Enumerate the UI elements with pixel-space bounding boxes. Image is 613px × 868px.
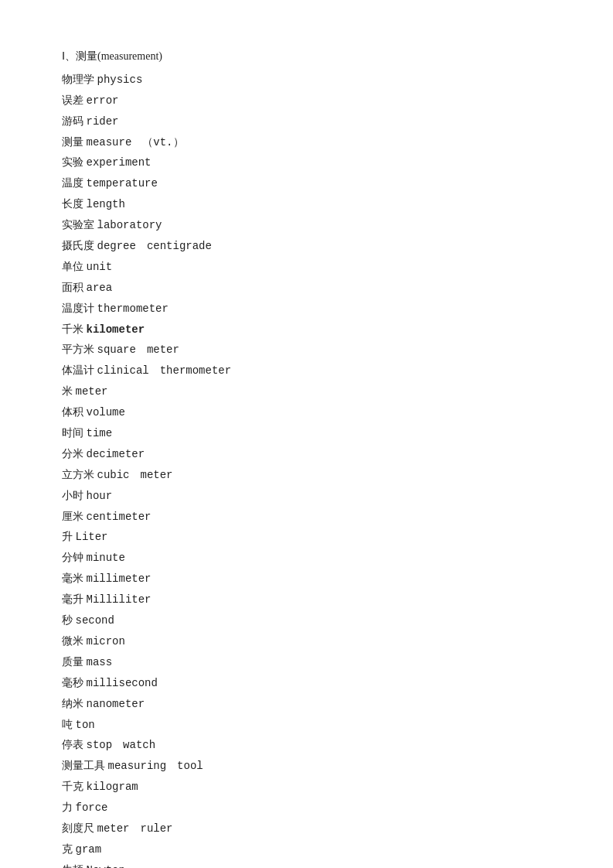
zh-term: 吨 — [62, 719, 76, 730]
list-item: 单位 unit — [62, 257, 551, 278]
en-term: volume — [87, 406, 125, 419]
en-term: measuring tool — [108, 760, 203, 772]
en-term: millisecond — [87, 677, 158, 689]
list-item: 停表 stop watch — [62, 735, 551, 756]
list-item: 测量 measure （vt.） — [62, 132, 551, 153]
list-item: 克 gram — [62, 839, 551, 860]
list-item: 分钟 minute — [62, 548, 551, 569]
zh-term: 物理学 — [62, 73, 97, 85]
en-term: nanometer — [87, 698, 145, 710]
list-item: 立方米 cubic meter — [62, 465, 551, 486]
en-term: area — [87, 282, 113, 294]
zh-term: 实验 — [62, 156, 87, 168]
en-term: rider — [87, 115, 119, 128]
en-term: centimeter — [87, 511, 152, 523]
zh-term: 温度计 — [62, 302, 97, 314]
en-term: physics — [97, 73, 143, 86]
zh-term: 测量 — [62, 136, 87, 148]
en-term: kilogram — [87, 781, 138, 793]
zh-term: 毫米 — [62, 572, 87, 584]
en-term: time — [87, 427, 113, 439]
list-item: 平方米 square meter — [62, 340, 551, 361]
zh-term: 升 — [62, 531, 76, 542]
zh-term: 测量工具 — [62, 760, 108, 771]
zh-term: 停表 — [62, 739, 87, 750]
zh-term: 力 — [62, 801, 76, 813]
en-term: meter — [76, 385, 108, 398]
list-item: 游码 rider — [62, 111, 551, 132]
vocabulary-list: 物理学 physics误差 error游码 rider测量 measure （v… — [62, 70, 551, 868]
list-item: 毫秒 millisecond — [62, 673, 551, 694]
section-title: Ⅰ、测量(measurement) — [62, 50, 162, 62]
en-term: degree centigrade — [97, 240, 212, 252]
en-term: gram — [76, 843, 102, 856]
zh-term: 分钟 — [62, 552, 87, 563]
zh-term: 分米 — [62, 448, 87, 460]
en-term: second — [76, 614, 114, 627]
zh-term: 立方米 — [62, 469, 97, 480]
en-term: force — [76, 801, 108, 814]
en-term: experiment — [87, 156, 152, 169]
zh-term: 微米 — [62, 635, 87, 647]
zh-term: 牛顿 — [62, 864, 87, 868]
list-item: 摄氏度 degree centigrade — [62, 236, 551, 257]
list-item: 牛顿 Newton — [62, 860, 551, 868]
zh-term: 克 — [62, 843, 76, 855]
en-term: square meter — [97, 343, 179, 356]
list-item: 温度 temperature — [62, 173, 551, 194]
en-term: decimeter — [87, 448, 145, 460]
list-item: 物理学 physics — [62, 70, 551, 91]
zh-term: 时间 — [62, 427, 87, 439]
zh-term: 单位 — [62, 261, 87, 272]
en-term: meter ruler — [97, 822, 173, 835]
list-item: 毫米 millimeter — [62, 569, 551, 589]
en-term: ton — [76, 719, 95, 731]
zh-term: 摄氏度 — [62, 240, 97, 251]
zh-term: 米 — [62, 385, 76, 397]
page-container: Ⅰ、测量(measurement) 物理学 physics误差 error游码 … — [62, 46, 551, 868]
en-term: kilometer — [87, 323, 145, 336]
list-item: 分米 decimeter — [62, 444, 551, 465]
list-item: 测量工具 measuring tool — [62, 756, 551, 777]
en-term: mass — [87, 656, 113, 668]
section-heading: Ⅰ、测量(measurement) — [62, 46, 551, 67]
list-item: 体温计 clinical thermometer — [62, 361, 551, 381]
list-item: 体积 volume — [62, 402, 551, 423]
zh-term: 长度 — [62, 198, 87, 210]
list-item: 刻度尺 meter ruler — [62, 818, 551, 839]
list-item: 升 Liter — [62, 527, 551, 548]
list-item: 微米 micron — [62, 631, 551, 652]
zh-term: 体积 — [62, 406, 87, 418]
en-term: minute — [87, 552, 125, 564]
zh-term: 毫升 — [62, 593, 87, 605]
list-item: 小时 hour — [62, 486, 551, 507]
en-term: measure （vt.） — [87, 136, 184, 149]
en-term: cubic meter — [97, 469, 173, 481]
list-item: 毫升 Milliliter — [62, 589, 551, 610]
list-item: 力 force — [62, 798, 551, 818]
zh-term: 千米 — [62, 323, 87, 335]
list-item: 千米 kilometer — [62, 320, 551, 340]
list-item: 实验 experiment — [62, 152, 551, 173]
list-item: 千克 kilogram — [62, 777, 551, 798]
list-item: 秒 second — [62, 610, 551, 631]
en-term: laboratory — [97, 219, 162, 231]
zh-term: 面积 — [62, 282, 87, 293]
list-item: 吨 ton — [62, 715, 551, 736]
en-term: thermometer — [97, 302, 169, 315]
zh-term: 实验室 — [62, 219, 97, 231]
en-term: micron — [87, 635, 125, 648]
zh-term: 质量 — [62, 656, 87, 668]
list-item: 温度计 thermometer — [62, 299, 551, 320]
en-term: Liter — [76, 531, 108, 543]
zh-term: 误差 — [62, 94, 87, 106]
zh-term: 千克 — [62, 781, 87, 792]
zh-term: 纳米 — [62, 698, 87, 709]
zh-term: 秒 — [62, 614, 76, 626]
list-item: 米 meter — [62, 381, 551, 402]
zh-term: 体温计 — [62, 364, 97, 376]
list-item: 长度 length — [62, 194, 551, 215]
zh-term: 小时 — [62, 490, 87, 501]
en-term: stop watch — [87, 739, 156, 751]
en-term: hour — [87, 490, 113, 502]
